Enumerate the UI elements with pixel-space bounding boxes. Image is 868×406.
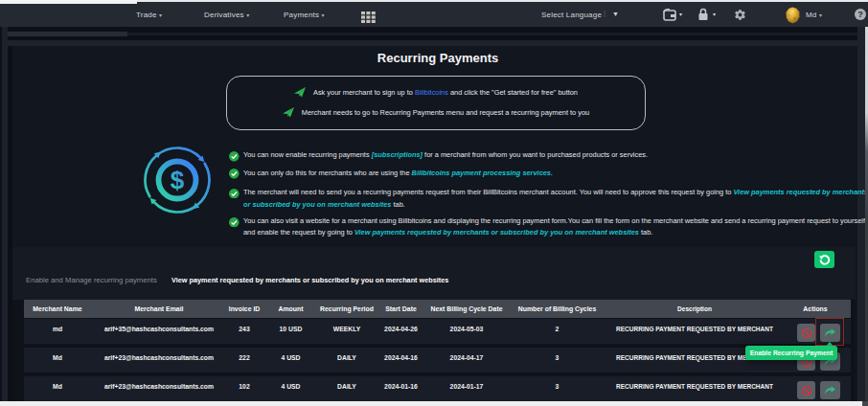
svg-text:$: $ <box>171 166 185 194</box>
svg-text:?: ? <box>857 10 863 19</box>
